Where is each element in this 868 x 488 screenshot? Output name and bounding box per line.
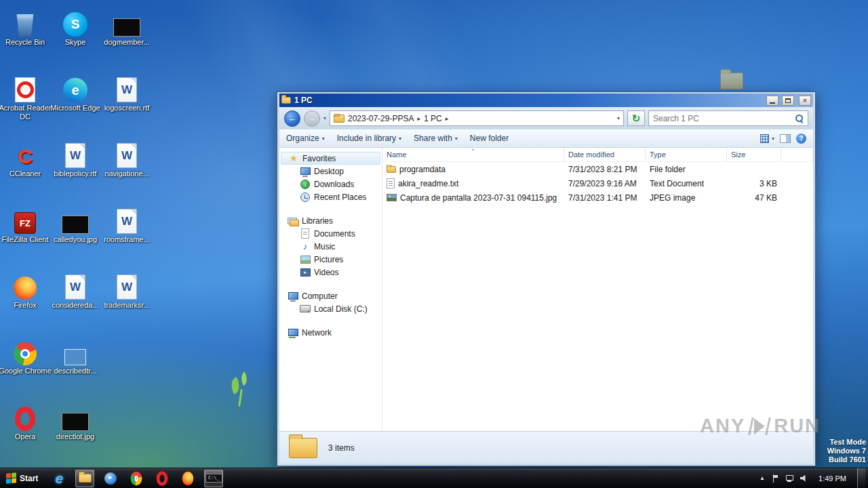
desktop-icon-filezilla[interactable]: FileZilla Client	[0, 201, 50, 267]
desktop-icon-navigatione[interactable]: navigatione...	[102, 136, 152, 201]
desktop-icon-trademarksr[interactable]: trademarksr...	[102, 267, 152, 333]
breadcrumb-folder-icon	[334, 113, 344, 124]
column-header-type[interactable]: Type	[646, 148, 727, 161]
preview-pane-button[interactable]	[780, 134, 791, 143]
include-in-library-button[interactable]: Include in library ▾	[337, 134, 401, 143]
desktop-icon-firefox[interactable]: Firefox	[0, 267, 50, 333]
icon-label: trademarksr...	[99, 301, 155, 310]
crumb-separator-icon[interactable]: ▸	[446, 115, 449, 122]
pictures-icon	[300, 254, 311, 265]
organize-button[interactable]: Organize ▾	[286, 134, 325, 143]
start-button[interactable]: Start	[0, 468, 44, 488]
column-header-name[interactable]: ▲ Name	[382, 148, 564, 161]
clock[interactable]: 1:49 PM	[818, 474, 846, 483]
desktop-icon-ccleaner[interactable]: CCleaner	[0, 136, 50, 201]
sidebar-item-favorites[interactable]: Favorites	[281, 152, 380, 165]
quick-launch: C:\_	[50, 470, 223, 487]
search-input[interactable]	[653, 114, 792, 123]
desktop-icon-skype[interactable]: Skype	[50, 4, 100, 70]
sidebar-item-computer[interactable]: Computer	[281, 289, 380, 302]
column-label: Name	[387, 150, 406, 159]
windows-flag-icon	[6, 472, 16, 483]
image-thumbnail-icon	[62, 216, 89, 234]
change-view-button[interactable]: ▾	[760, 134, 774, 143]
titlebar[interactable]: 1 PC ×	[279, 94, 813, 107]
refresh-button[interactable]: ↻	[627, 110, 645, 126]
item-count: 3 items	[328, 443, 355, 453]
test-mode-watermark: Test Mode Windows 7 Build 7601	[827, 438, 866, 464]
breadcrumb[interactable]: 2023-07-29-PPSA ▸ 1 PC ▸ ▾	[330, 110, 624, 126]
help-button[interactable]: ?	[796, 134, 806, 144]
desktop-icon-edge[interactable]: Microsoft Edge	[50, 70, 100, 136]
desktop-icon-acrobat[interactable]: Acrobat Reader DC	[0, 70, 50, 136]
desktop-icon-logoscreen[interactable]: logoscreen.rtf	[102, 70, 152, 136]
back-button[interactable]: ←	[284, 110, 300, 127]
column-header-date-modified[interactable]: Date modified	[564, 148, 646, 161]
taskbar-firefox-button[interactable]	[178, 470, 197, 487]
file-type: File folder	[646, 165, 727, 174]
word-document-icon	[65, 274, 85, 300]
chevron-down-icon: ▾	[322, 136, 325, 142]
action-center-icon[interactable]	[772, 474, 778, 483]
volume-icon[interactable]	[800, 475, 808, 482]
desktop-icon-roomsframe[interactable]: roomsframe...	[102, 201, 152, 267]
file-name: akira_readme.txt	[398, 179, 458, 188]
search-box[interactable]	[648, 110, 808, 126]
desktop-icon-opera[interactable]: Opera	[0, 399, 50, 464]
acrobat-icon	[15, 77, 35, 102]
desktop-icon-recycle-bin[interactable]: Recycle Bin	[0, 4, 50, 70]
close-button[interactable]: ×	[799, 96, 811, 106]
file-row-captura[interactable]: Captura de pantalla 2023-07-31 094115.jp…	[382, 190, 813, 205]
network-tray-icon[interactable]	[785, 474, 793, 482]
include-label: Include in library	[337, 134, 396, 143]
sidebar-item-pictures[interactable]: Pictures	[281, 253, 380, 266]
icon-label: Firefox	[0, 301, 53, 310]
sidebar-item-desktop[interactable]: Desktop	[281, 165, 380, 178]
sidebar-item-music[interactable]: Music	[281, 240, 380, 253]
desktop-icon-biblepolicy[interactable]: biblepolicy.rtf	[50, 136, 100, 201]
breadcrumb-item[interactable]: 1 PC	[424, 114, 442, 123]
taskbar-explorer-button[interactable]	[75, 470, 94, 487]
sort-ascending-icon: ▲	[471, 147, 475, 151]
crumb-separator-icon[interactable]: ▸	[417, 115, 420, 122]
sidebar-item-recent-places[interactable]: Recent Places	[281, 190, 380, 203]
sidebar-item-network[interactable]: Network	[281, 326, 380, 339]
desktop-icon-directlot[interactable]: directlot.jpg	[50, 399, 100, 464]
forward-button[interactable]: →	[304, 110, 320, 127]
show-desktop-button[interactable]	[857, 468, 865, 488]
libraries-icon	[288, 216, 298, 226]
word-document-icon	[65, 143, 85, 168]
share-with-button[interactable]: Share with ▾	[414, 134, 458, 143]
desktop-icon-chrome[interactable]: Google Chrome	[0, 333, 50, 399]
forward-arrow-icon: →	[308, 113, 317, 123]
taskbar-chrome-button[interactable]	[127, 470, 146, 487]
taskbar-media-player-button[interactable]	[101, 470, 120, 487]
address-dropdown-icon[interactable]: ▾	[617, 115, 620, 121]
sidebar-item-downloads[interactable]: Downloads	[281, 178, 380, 190]
taskbar-cmd-button[interactable]: C:\_	[204, 470, 223, 487]
icon-label: Recycle Bin	[0, 38, 53, 47]
desktop-icon-dogmember[interactable]: dogmember...	[102, 4, 152, 70]
column-label: Date modified	[568, 150, 614, 159]
close-icon: ×	[803, 97, 807, 104]
file-row-akira-readme[interactable]: akira_readme.txt 7/29/2023 9:16 AM Text …	[382, 176, 813, 190]
sidebar-item-libraries[interactable]: Libraries	[281, 214, 380, 227]
sidebar-item-local-disk[interactable]: Local Disk (C:)	[281, 302, 380, 315]
maximize-button[interactable]	[782, 96, 794, 106]
breadcrumb-item[interactable]: 2023-07-29-PPSA	[348, 114, 414, 123]
file-row-programdata[interactable]: programdata 7/31/2023 8:21 PM File folde…	[382, 162, 813, 176]
taskbar-internet-explorer-button[interactable]	[50, 470, 68, 487]
new-folder-button[interactable]: New folder	[470, 134, 509, 143]
desktop-icon-considereda[interactable]: considereda...	[50, 267, 100, 333]
desktop-icon-describedtr[interactable]: describedtr...	[50, 333, 100, 399]
column-header-size[interactable]: Size	[727, 148, 781, 161]
minimize-button[interactable]	[766, 96, 778, 106]
sidebar-item-videos[interactable]: Videos	[281, 266, 380, 279]
show-hidden-icons-button[interactable]: ▲	[760, 475, 765, 481]
sidebar-item-documents[interactable]: Documents	[281, 227, 380, 240]
sidebar-label: Computer	[302, 291, 338, 301]
history-dropdown-icon[interactable]: ▾	[323, 115, 326, 121]
taskbar-opera-button[interactable]	[153, 470, 172, 487]
firefox-icon	[182, 471, 194, 485]
desktop-icon-calledyou[interactable]: calledyou.jpg	[50, 201, 100, 267]
